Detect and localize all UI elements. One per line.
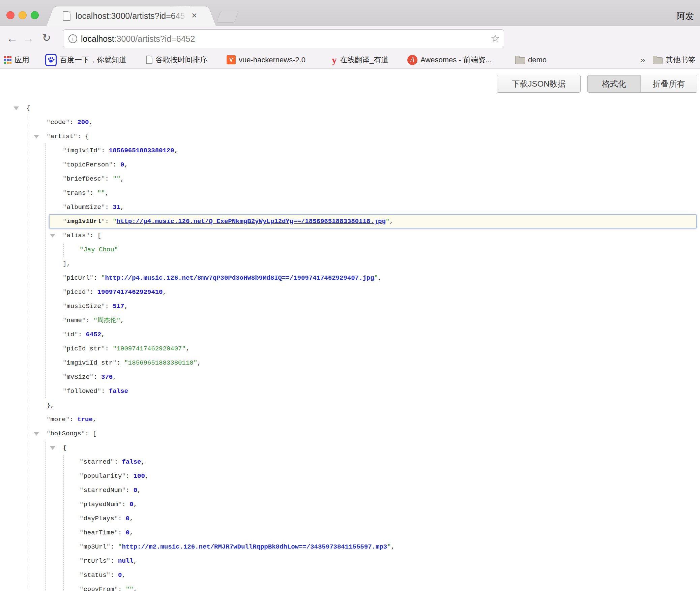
new-tab-button[interactable] <box>216 11 239 23</box>
json-url-link[interactable]: http://p4.music.126.net/Q_ExePNkmgB2yWyL… <box>117 218 386 225</box>
tab-close-icon[interactable]: × <box>192 6 197 26</box>
json-punctuation: : [ <box>90 232 101 239</box>
json-value-string: "" <box>113 175 120 183</box>
json-quote: " <box>80 529 83 536</box>
collapse-triangle-icon[interactable] <box>50 234 55 238</box>
json-key: status <box>83 571 106 579</box>
collapse-triangle-icon[interactable] <box>13 106 19 110</box>
json-punctuation: : <box>113 161 120 168</box>
other-bookmarks-folder[interactable]: 其他书签 <box>653 51 695 68</box>
json-quote: " <box>47 430 50 437</box>
json-key: starredNum <box>83 487 122 494</box>
collapse-triangle-icon[interactable] <box>50 446 55 450</box>
window-minimize-button[interactable] <box>19 11 27 19</box>
back-button[interactable]: ← <box>5 26 20 51</box>
json-key: dayPlays <box>83 515 114 522</box>
json-quote: " <box>80 515 83 522</box>
json-value-number: 31 <box>113 204 120 211</box>
json-quote: " <box>101 345 105 352</box>
json-line: "img1v1Id": 18569651883380120, <box>0 144 700 158</box>
json-quote: " <box>47 416 50 423</box>
json-punctuation: : <box>101 147 109 154</box>
bookmark-vue-hackernews[interactable]: V vue-hackernews-2.0 <box>227 51 305 68</box>
json-quote: " <box>101 204 105 211</box>
reload-button[interactable]: ↻ <box>39 26 54 51</box>
json-quote: " <box>101 218 105 225</box>
json-quote: " <box>86 288 89 296</box>
browser-profile-name[interactable]: 阿发 <box>676 10 694 22</box>
json-value-number: 0 <box>129 501 133 508</box>
json-punctuation: , <box>124 161 128 168</box>
bookmark-awesomes[interactable]: A Awesomes - 前端资... <box>407 51 492 68</box>
json-quote: " <box>80 458 83 466</box>
format-button[interactable]: 格式化 <box>588 75 640 92</box>
window-close-button[interactable] <box>6 11 14 19</box>
json-line: "alias": [ <box>0 228 700 243</box>
json-punctuation: : <box>93 373 101 381</box>
json-quote: " <box>110 458 114 466</box>
browser-tab[interactable]: localhost:3000/artists?id=645 × <box>50 6 212 26</box>
bookmark-label: vue-hackernews-2.0 <box>239 56 305 64</box>
json-value-number: null <box>118 557 134 565</box>
json-value-number: 376 <box>101 373 113 381</box>
json-quote: " <box>63 274 66 282</box>
json-punctuation: : <box>126 487 134 494</box>
json-punctuation: , <box>120 175 124 183</box>
json-quote: " <box>97 147 101 154</box>
json-line: "dayPlays": 0, <box>0 511 700 526</box>
json-value-number: 100 <box>134 472 145 480</box>
json-punctuation: , <box>101 331 105 338</box>
json-punctuation: , <box>105 189 109 197</box>
json-quote: " <box>80 586 83 591</box>
collapse-triangle-icon[interactable] <box>34 135 39 138</box>
json-punctuation: : <box>105 303 113 310</box>
page-info-icon[interactable]: i <box>68 34 77 43</box>
json-url-link[interactable]: http://m2.music.126.net/RMJR7wDullRqppBk… <box>122 543 387 551</box>
address-bar[interactable]: i localhost:3000/artists?id=6452 ☆ <box>63 29 504 48</box>
page-icon <box>146 56 152 64</box>
bookmark-baidu[interactable]: 百度一下，你就知道 <box>45 51 126 68</box>
json-quote: " <box>63 218 66 225</box>
json-quote: " <box>107 557 110 565</box>
json-quote: " <box>63 331 66 338</box>
json-key: code <box>50 119 66 126</box>
json-value-string: "" <box>126 586 134 591</box>
bookmark-star-icon[interactable]: ☆ <box>491 30 500 48</box>
json-quote: " <box>80 557 83 565</box>
window-zoom-button[interactable] <box>31 11 39 19</box>
json-quote: " <box>109 161 113 168</box>
json-key: rtUrls <box>83 557 106 565</box>
json-punctuation: : <box>69 119 77 126</box>
forward-button: → <box>21 26 36 51</box>
json-value-number: 0 <box>126 529 129 536</box>
json-line: ], <box>0 257 700 271</box>
json-line: "topicPerson": 0, <box>0 158 700 172</box>
json-quote: " <box>101 303 105 310</box>
json-punctuation: , <box>145 472 149 480</box>
url-text[interactable]: localhost:3000/artists?id=6452 <box>81 30 195 48</box>
json-punctuation: , <box>124 303 128 310</box>
download-json-button[interactable]: 下载JSON数据 <box>497 75 581 93</box>
bookmark-google-sort[interactable]: 谷歌按时间排序 <box>146 51 207 68</box>
collapse-all-button[interactable]: 折叠所有 <box>640 75 697 92</box>
bookmark-label: 谷歌按时间排序 <box>155 55 207 65</box>
url-path: :3000/artists?id=6452 <box>114 34 195 43</box>
json-key: playedNum <box>83 501 118 508</box>
json-quote: " <box>90 274 93 282</box>
json-punctuation: : <box>110 543 118 551</box>
json-quote: " <box>63 288 66 296</box>
bookmark-label: demo <box>528 56 547 64</box>
json-punctuation: : <box>110 571 118 579</box>
bookmarks-overflow-chevron[interactable]: » <box>640 51 645 68</box>
bookmark-apps[interactable]: 应用 <box>4 51 29 68</box>
json-quote: " <box>63 204 66 211</box>
json-key: copyFrom <box>83 586 114 591</box>
json-url-link[interactable]: http://p4.music.126.net/8mv7qP30Pd3oHW8b… <box>105 274 374 282</box>
json-line: "hotSongs": [ <box>0 427 700 441</box>
json-punctuation: : <box>118 515 126 522</box>
bookmark-youdao[interactable]: y 在线翻译_有道 <box>332 51 388 68</box>
bookmark-demo-folder[interactable]: demo <box>515 51 547 68</box>
collapse-triangle-icon[interactable] <box>34 432 39 436</box>
json-quote: " <box>66 416 69 423</box>
json-line-highlighted: "img1v1Url": "http://p4.music.126.net/Q_… <box>49 214 697 228</box>
